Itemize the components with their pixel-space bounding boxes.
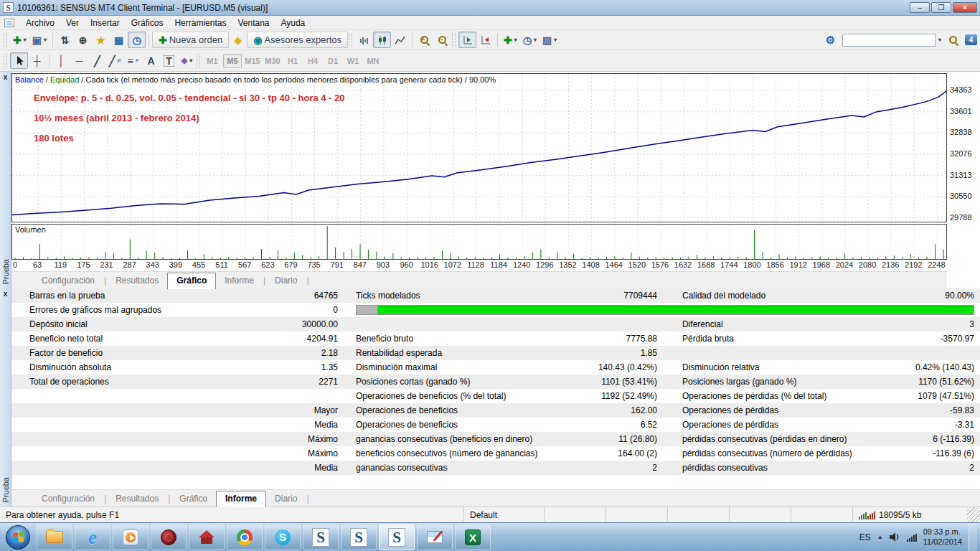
chart-window-icon[interactable] [4,19,14,27]
arrows-button[interactable]: ◆▾ [178,52,196,69]
x-tick-label: 1128 [467,260,484,269]
taskbar-excel[interactable] [455,524,491,550]
menu-ayuda[interactable]: Ayuda [275,17,311,29]
standard-toolbar: ✚▾ ▣▾ ⇅ ⊕ ★ ▦ ◷ ✚Nueva orden ◆ ◉Asesores… [0,30,980,50]
cursor-button[interactable] [10,52,28,69]
bar-chart-type-button[interactable] [355,32,373,48]
timeframe-m5[interactable]: M5 [223,54,242,68]
timeframe-h4[interactable]: H4 [303,54,322,68]
timeframe-m30[interactable]: M30 [263,54,282,68]
equidistant-channel-button[interactable]: ╱E [106,52,124,69]
start-button[interactable] [6,525,30,550]
search-dropdown-icon[interactable]: ▾ [938,37,941,43]
fibonacci-button[interactable]: ≡F [124,52,142,69]
taskbar-media-player[interactable] [113,524,149,550]
menu-grficos[interactable]: Gráficos [126,17,169,29]
indicators-button[interactable]: ✚▾ [501,32,520,48]
restore-button[interactable]: ❐ [931,2,951,13]
menu-insertar[interactable]: Insertar [85,17,126,29]
terminal-button[interactable]: ▦ [110,32,128,48]
network-signal-icon[interactable] [907,533,917,542]
taskbar-mt4-terminal-1[interactable] [303,524,339,550]
tab-diario-top[interactable]: Diario [266,273,306,288]
zoom-out-button[interactable]: − [433,32,451,48]
notifications-badge[interactable]: 4 [965,34,977,45]
chart-shift-button[interactable] [476,32,494,48]
tab-resultados-top[interactable]: Resultados [107,273,167,288]
search-input[interactable] [842,34,936,47]
x-tick-label: 847 [354,260,367,269]
resize-grip[interactable] [967,507,980,522]
status-profile[interactable]: Default [463,507,544,522]
line-chart-type-button[interactable] [391,32,409,48]
timeframe-w1[interactable]: W1 [344,54,362,68]
x-tick-label: 63 [33,260,42,269]
tab-diario-bottom[interactable]: Diario [266,491,306,507]
settings-button[interactable]: ⚙ [821,32,839,48]
tab-configuracin-bottom[interactable]: Configuración [33,491,103,507]
menu-ver[interactable]: Ver [60,17,85,29]
mt4-terminal-1-icon [312,528,329,547]
templates-button[interactable]: ▨▾ [540,32,560,48]
taskbar-internet-explorer[interactable] [75,524,110,550]
crosshair-button[interactable]: ┼ [28,52,46,69]
tab-informe-top[interactable]: Informe [216,273,263,288]
close-button[interactable]: × [953,2,977,13]
taskbar-home-app[interactable] [189,524,225,550]
tab-configuracin-top[interactable]: Configuración [33,273,103,288]
taskbar-mt4-terminal-3[interactable] [379,524,415,550]
taskbar-paint[interactable] [417,524,453,550]
timeframe-m1[interactable]: M1 [203,54,222,68]
timeframe-h1[interactable]: H1 [283,54,302,68]
toolbar-grip[interactable] [4,33,7,47]
close-panel-icon[interactable]: x [4,73,8,82]
report-value: 164.00 (2) [571,446,657,461]
profiles-button[interactable]: ▣▾ [29,32,50,48]
periods-button[interactable]: ◷▾ [520,32,540,48]
timeframe-d1[interactable]: D1 [324,54,342,68]
tab-resultados-bottom[interactable]: Resultados [107,491,167,507]
data-window-button[interactable]: ⊕ [74,32,92,48]
candlestick-type-button[interactable] [373,32,391,48]
market-watch-button[interactable]: ⇅ [56,32,74,48]
close-panel-icon[interactable]: x [4,290,8,298]
minimize-button[interactable]: – [910,2,930,13]
taskbar-mt4-terminal-2[interactable] [341,524,377,550]
speaker-icon[interactable] [890,532,900,542]
report-label: Operaciones de pérdidas [657,403,876,418]
menu-ventana[interactable]: Ventana [232,17,275,29]
strategy-tester-button[interactable]: ◷ [128,32,146,48]
taskbar-skype[interactable] [265,524,301,550]
show-desktop-button[interactable] [969,523,977,551]
tab-informe-bottom[interactable]: Informe [216,491,266,507]
taskbar-chrome[interactable] [227,524,263,550]
clock[interactable]: 09:33 p.m. 11/02/2014 [923,527,962,547]
text-button[interactable]: A [142,52,160,69]
metaeditor-button[interactable]: ◆ [229,32,247,48]
auto-scroll-button[interactable] [458,32,476,48]
vertical-line-button[interactable]: │ [52,52,70,69]
menu-herramientas[interactable]: Herramientas [169,17,232,29]
navigator-button[interactable]: ★ [92,32,110,48]
taskbar-explorer[interactable] [37,524,72,550]
search-button[interactable] [944,32,962,48]
language-indicator[interactable]: ES [859,532,871,542]
text-label-button[interactable]: T [160,52,178,69]
nueva-orden-button[interactable]: ✚Nueva orden [152,32,229,48]
horizontal-line-button[interactable]: ─ [70,52,88,69]
menu-archivo[interactable]: Archivo [20,17,60,29]
new-chart-button[interactable]: ✚▾ [10,32,29,48]
asesores-expertos-button[interactable]: ◉Asesores expertos [247,32,348,48]
chrome-icon [237,529,253,545]
tab-grfico-top[interactable]: Gráfico [167,273,216,289]
report-value: 1.35 [234,360,338,375]
taskbar-red-disc-app[interactable] [151,524,187,550]
trendline-button[interactable]: ╱ [88,52,106,69]
timeframe-mn[interactable]: MN [364,54,382,68]
tab-grfico-bottom[interactable]: Gráfico [171,491,216,507]
zoom-in-icon: + [420,35,430,45]
zoom-in-button[interactable]: + [415,32,433,48]
hidden-icons-button[interactable]: ▲ [877,534,883,540]
timeframe-m15[interactable]: M15 [243,54,262,68]
balance-chart[interactable]: Balance / Equidad / Cada tick (el método… [11,73,947,222]
